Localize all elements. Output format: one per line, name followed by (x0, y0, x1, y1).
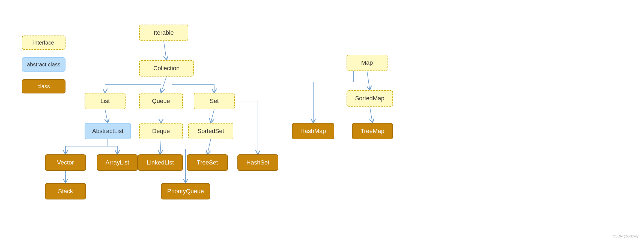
node-linkedList: LinkedList (138, 154, 183, 171)
node-sortedMap: SortedMap (347, 90, 393, 107)
legend-abstract: abstract class (22, 57, 65, 72)
node-hashSet: HashSet (237, 154, 278, 171)
node-arrayList: ArrayList (97, 154, 138, 171)
node-label-arrayList: ArrayList (106, 159, 129, 166)
node-label-hashMap: HashMap (300, 128, 326, 135)
node-collection: Collection (139, 60, 194, 77)
node-label-sortedMap: SortedMap (355, 95, 384, 102)
node-treeSet: TreeSet (187, 154, 228, 171)
legend-interface: interface (22, 36, 65, 50)
legend: interface abstract class class (22, 36, 65, 101)
node-label-abstractList: AbstractList (92, 128, 124, 135)
node-label-vector: Vector (57, 159, 74, 166)
legend-abstract-box: abstract class (22, 57, 65, 72)
legend-interface-label: interface (33, 40, 54, 46)
connectors-svg (0, 0, 644, 241)
node-label-list: List (100, 98, 110, 105)
node-queue: Queue (139, 93, 183, 109)
diagram-container: interface abstract class class CSDN @gob… (0, 0, 644, 241)
node-label-hashSet: HashSet (246, 159, 269, 166)
node-priorityQueue: PriorityQueue (161, 183, 210, 199)
legend-abstract-label: abstract class (27, 61, 60, 68)
node-sortedSet: SortedSet (188, 123, 233, 139)
svg-line-3 (105, 109, 108, 123)
svg-line-10 (370, 107, 372, 123)
svg-line-5 (211, 109, 214, 123)
node-label-sortedSet: SortedSet (198, 128, 224, 135)
svg-line-2 (161, 77, 166, 93)
node-map: Map (347, 55, 387, 71)
node-label-priorityQueue: PriorityQueue (167, 188, 204, 195)
node-label-treeMap: TreeMap (360, 128, 384, 135)
node-vector: Vector (45, 154, 86, 171)
node-label-deque: Deque (152, 128, 170, 135)
legend-class-label: class (37, 83, 50, 90)
svg-line-6 (160, 139, 161, 154)
node-label-stack: Stack (58, 188, 73, 195)
svg-line-9 (367, 71, 370, 90)
watermark: CSDN @gobyyy (613, 234, 639, 238)
node-label-collection: Collection (153, 65, 180, 72)
node-set: Set (194, 93, 235, 109)
node-label-iterable: Iterable (154, 29, 174, 36)
node-list: List (85, 93, 126, 109)
legend-class-box: class (22, 79, 65, 93)
node-label-treeSet: TreeSet (197, 159, 218, 166)
svg-line-7 (207, 139, 211, 154)
node-iterable: Iterable (139, 25, 188, 41)
svg-line-1 (164, 41, 166, 60)
legend-class: class (22, 79, 65, 93)
node-label-queue: Queue (152, 98, 170, 105)
node-abstractList: AbstractList (85, 123, 131, 139)
legend-interface-box: interface (22, 36, 65, 50)
node-hashMap: HashMap (292, 123, 334, 139)
node-label-map: Map (361, 59, 373, 66)
node-deque: Deque (139, 123, 183, 139)
node-treeMap: TreeMap (352, 123, 393, 139)
node-label-linkedList: LinkedList (147, 159, 174, 166)
node-stack: Stack (45, 183, 86, 199)
node-label-set: Set (210, 98, 219, 105)
